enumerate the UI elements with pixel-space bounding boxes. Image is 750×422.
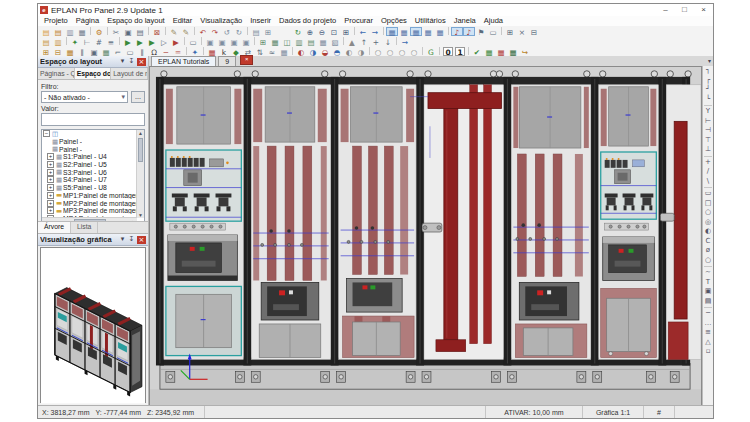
close-window-icon[interactable]: × bbox=[516, 27, 528, 36]
resistor-icon[interactable]: Ω bbox=[148, 47, 160, 56]
pin-icon[interactable]: ↧ bbox=[127, 57, 136, 66]
busbar-bend-1-icon[interactable]: ◐ bbox=[295, 47, 307, 56]
cut-icon[interactable]: ✂ bbox=[110, 27, 122, 36]
menu-projeto[interactable]: Projeto bbox=[40, 16, 72, 26]
play-3-icon[interactable]: ▶ bbox=[146, 37, 158, 46]
value-input[interactable] bbox=[41, 113, 145, 126]
diameter-tool[interactable]: ø bbox=[703, 246, 713, 256]
panel-tab-2[interactable]: Layout de mo... bbox=[111, 68, 148, 79]
line-red-icon[interactable]: − bbox=[160, 47, 172, 56]
settings-wrench-icon[interactable]: ⚙ bbox=[93, 27, 105, 36]
layout-space-new-icon[interactable]: ▤ bbox=[40, 37, 52, 46]
expand-expander-icon[interactable]: + bbox=[47, 200, 54, 207]
concentric-circle-tool[interactable]: ◎ bbox=[703, 218, 713, 228]
route-icon[interactable]: ▦ bbox=[206, 47, 218, 56]
center-icon[interactable]: + bbox=[370, 37, 382, 46]
ellipse-tool[interactable]: ○ bbox=[703, 256, 713, 266]
measure-icon[interactable]: ▭ bbox=[187, 37, 199, 46]
tree-vertical-scrollbar[interactable]: ▲▼ bbox=[136, 130, 144, 218]
undo-icon[interactable]: ↶ bbox=[197, 27, 209, 36]
attachment-tool[interactable]: ▤ bbox=[703, 297, 713, 307]
next-view-icon[interactable]: → bbox=[369, 27, 381, 36]
menu-p-gina[interactable]: Página bbox=[72, 16, 103, 26]
expand-expander-icon[interactable]: + bbox=[47, 192, 54, 199]
layout-space-canvas[interactable] bbox=[149, 66, 702, 406]
menu-utilit-rios[interactable]: Utilitários bbox=[411, 16, 450, 26]
menu-ajuda[interactable]: Ajuda bbox=[480, 16, 507, 26]
zoom-window-icon[interactable]: ⊡ bbox=[328, 27, 340, 36]
play-2-icon[interactable]: ▶ bbox=[134, 37, 146, 46]
undo-list-icon[interactable]: ↺ bbox=[221, 27, 233, 36]
workspace-1-icon[interactable]: ▦ bbox=[386, 27, 398, 36]
layout-space-open-icon[interactable]: ▥ bbox=[52, 37, 64, 46]
diagonal-line-tool[interactable]: / bbox=[703, 167, 713, 177]
layer-1-button[interactable]: 1 bbox=[455, 47, 465, 56]
wave-icon[interactable]: ≈ bbox=[266, 47, 278, 56]
enclosure-icon[interactable]: ◫ bbox=[281, 37, 293, 46]
layer-0-button[interactable]: 0 bbox=[443, 47, 453, 56]
play-outline-icon[interactable]: ▷ bbox=[158, 37, 170, 46]
format-brush-icon[interactable]: ✎ bbox=[168, 27, 180, 36]
tree-item[interactable]: ▦Painel - bbox=[42, 145, 137, 153]
mounting-panel-icon[interactable]: ⊞ bbox=[257, 37, 269, 46]
filter-more-button[interactable]: ... bbox=[131, 91, 145, 103]
busbar-icon[interactable]: ═ bbox=[172, 47, 184, 56]
page-properties-icon[interactable]: ▤ bbox=[250, 27, 262, 36]
table-2-icon[interactable]: ⊟ bbox=[52, 47, 64, 56]
panel-tab-1[interactable]: Espaço do lay... bbox=[75, 68, 112, 79]
menu-janela[interactable]: Janela bbox=[450, 16, 480, 26]
expand-expander-icon[interactable]: + bbox=[47, 169, 54, 176]
cross-tool[interactable]: + bbox=[703, 158, 713, 168]
copy-icon[interactable]: ▣ bbox=[122, 27, 134, 36]
list-view-icon[interactable]: ≡ bbox=[105, 37, 117, 46]
interruption-target-icon[interactable]: ♪ bbox=[463, 27, 475, 36]
grid-green-icon[interactable]: ▦ bbox=[100, 47, 112, 56]
tree-view-icon[interactable]: ⊢ bbox=[81, 37, 93, 46]
menu-espa-o-do-layout[interactable]: Espaço do layout bbox=[103, 16, 169, 26]
box-icon[interactable]: ▭ bbox=[487, 27, 499, 36]
panel-close-icon[interactable]: × bbox=[137, 236, 146, 244]
menu-dados-do-projeto[interactable]: Dados do projeto bbox=[275, 16, 340, 26]
marker-icon[interactable]: ⚑ bbox=[475, 27, 487, 36]
collapse-expander-icon[interactable]: − bbox=[43, 130, 50, 137]
rectangle-tool[interactable]: ▭ bbox=[703, 189, 713, 199]
expand-expander-icon[interactable]: + bbox=[47, 207, 54, 214]
arrow-up-icon[interactable]: ↑ bbox=[358, 37, 370, 46]
document-tab-0[interactable]: EPLAN Tutorials bbox=[151, 56, 216, 66]
workspace-2-icon[interactable]: ▦ bbox=[398, 27, 410, 36]
window-list-icon[interactable]: ⊟ bbox=[528, 27, 540, 36]
double-bar-icon[interactable]: ‖ bbox=[136, 47, 148, 56]
tree-item[interactable]: +▦S3:Painel - U6 bbox=[42, 168, 137, 176]
panel-close-icon[interactable]: × bbox=[137, 58, 146, 66]
export-icon[interactable]: ↪ bbox=[519, 47, 531, 56]
chevron-down-icon[interactable]: ▾ bbox=[118, 57, 127, 66]
busbar-bend-2-icon[interactable]: ◑ bbox=[307, 47, 319, 56]
3d-view-icon[interactable]: ✦ bbox=[69, 37, 81, 46]
arrow-down-icon[interactable]: ↓ bbox=[382, 37, 394, 46]
chevron-down-icon[interactable]: ▾ bbox=[118, 235, 127, 244]
open-page-icon[interactable]: ▥ bbox=[64, 27, 76, 36]
tree-item[interactable]: +▦S5:Painel - U8 bbox=[42, 184, 137, 192]
net-icon[interactable]: ▦ bbox=[278, 47, 290, 56]
k-factor-icon[interactable]: k bbox=[218, 47, 230, 56]
tab-close-icon[interactable]: × bbox=[240, 55, 253, 65]
tree-item[interactable]: ▦Painel - bbox=[42, 138, 137, 146]
clipboard-4-icon[interactable]: ▣ bbox=[240, 37, 252, 46]
expand-expander-icon[interactable]: + bbox=[47, 176, 54, 183]
zoom-out-icon[interactable]: ⊖ bbox=[316, 27, 328, 36]
menu-procurar[interactable]: Procurar bbox=[340, 16, 377, 26]
branch-left-tool[interactable]: ⊣ bbox=[703, 126, 713, 136]
insert-window-icon[interactable]: ⊞ bbox=[504, 27, 516, 36]
tree-item[interactable]: +▬MP1:Painel de montagem - U187 bbox=[42, 192, 137, 200]
check-icon[interactable]: ✔ bbox=[471, 47, 483, 56]
mounting-grid-icon[interactable]: ▦ bbox=[269, 37, 281, 46]
bottom-tab-lista[interactable]: Lista bbox=[71, 222, 98, 233]
corner-nw-tool[interactable]: ┌ bbox=[703, 76, 713, 86]
menu-op-es[interactable]: Opções bbox=[377, 16, 411, 26]
page-navigator-icon[interactable]: ⊞ bbox=[262, 27, 274, 36]
arc-2-tool[interactable]: C bbox=[703, 237, 713, 247]
g-function-icon[interactable]: G bbox=[425, 47, 437, 56]
pin-icon[interactable]: ↧ bbox=[127, 235, 136, 244]
bottom-tab-árvore[interactable]: Árvore bbox=[38, 222, 71, 233]
clipboard-1-icon[interactable]: ▣ bbox=[204, 37, 216, 46]
